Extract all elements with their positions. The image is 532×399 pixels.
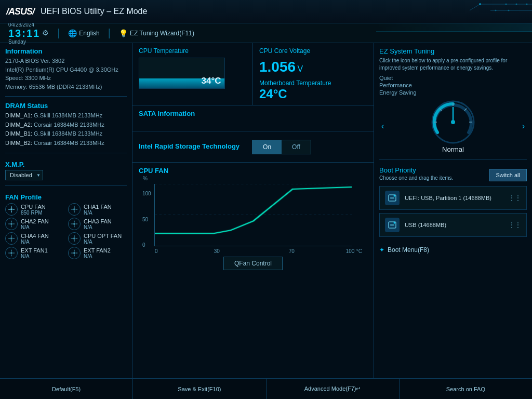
topbar: 04/28/2024 13:11 ⚙ Sunday | 🌐 English | … — [0, 23, 532, 43]
rst-section: Intel Rapid Storage Technology On Off — [132, 131, 374, 163]
search-faq-button[interactable]: Search on FAQ — [400, 379, 532, 399]
information-section: Information Z170-A BIOS Ver. 3802 Intel(… — [5, 47, 127, 91]
svg-point-5 — [526, 4, 528, 5]
fan-icon-cha4 — [5, 232, 18, 245]
dimm-a2-value: Corsair 16384MB 2133MHz — [34, 122, 104, 128]
dram-title: DRAM Status — [5, 102, 127, 110]
settings-icon[interactable]: ⚙ — [42, 29, 49, 37]
information-title: Information — [5, 47, 127, 55]
cpu-temp-value: 34°C — [202, 76, 221, 86]
voltage-value: 1.056 — [259, 59, 296, 75]
default-button[interactable]: Default(F5) — [0, 379, 133, 399]
qfan-button[interactable]: QFan Control — [223, 257, 283, 270]
boot-priority-section: Boot Priority Choose one and drag the it… — [379, 166, 527, 240]
fan-info-cpu: CPU FAN 850 RPM — [21, 204, 46, 216]
sata-title: SATA Information — [139, 110, 367, 117]
rst-off-button[interactable]: Off — [282, 140, 311, 154]
cpu-temp-bar: 34°C — [139, 58, 246, 94]
svg-point-16 — [73, 252, 75, 254]
svg-point-11 — [10, 223, 12, 225]
gauge-prev-button[interactable]: ‹ — [379, 119, 386, 133]
dimm-a1: DIMM_A1: G.Skill 16384MB 2133MHz — [5, 111, 127, 121]
gauge-container: Normal — [430, 99, 476, 153]
separator2 — [5, 153, 127, 153]
voltage-mb-section: CPU Core Voltage 1.056 V Motherboard Tem… — [253, 43, 374, 105]
xmp-select[interactable]: Disabled Profile 1 Profile 2 — [5, 170, 43, 180]
fan-icon-cha2 — [5, 218, 18, 230]
xmp-select-wrapper: Disabled Profile 1 Profile 2 — [5, 170, 43, 180]
boot-title: Boot Priority — [379, 166, 453, 174]
boot-item-1-name: UEFI: USB, Partition 1 (14688MB) — [405, 195, 491, 201]
fan-info-cpu-opt: CPU OPT FAN N/A — [84, 233, 122, 245]
search-faq-label: Search on FAQ — [446, 386, 485, 392]
switch-all-button[interactable]: Switch all — [489, 169, 527, 181]
ez-wizard-button[interactable]: 💡 EZ Tuning Wizard(F11) — [119, 29, 194, 37]
boot-item-2-name: USB (14688MB) — [405, 222, 446, 228]
sata-section: SATA Information — [132, 105, 374, 131]
fan-rpm-cha2: N/A — [21, 224, 49, 230]
fan-icon-cha1 — [68, 203, 81, 216]
topbar-divider: | — [57, 27, 60, 39]
chart-y-100: 100 — [142, 191, 151, 196]
rst-on-button[interactable]: On — [252, 140, 282, 154]
tuning-energy: Energy Saving — [379, 89, 527, 96]
dram-section: DRAM Status DIMM_A1: G.Skill 16384MB 213… — [5, 102, 127, 148]
mid-panel: CPU Temperature 34°C CPU Core Voltage 1.… — [132, 43, 374, 378]
cpu-temp-title: CPU Temperature — [139, 47, 246, 55]
advanced-mode-label: Advanced Mode(F7)↵ — [304, 385, 361, 392]
chart-unit-x: °C — [356, 248, 362, 254]
dimm-b2-value: Corsair 16384MB 2133MHz — [34, 140, 104, 146]
fan-icon-ext1 — [5, 247, 18, 259]
toolbar: Default(F5) Save & Exit(F10) Advanced Mo… — [0, 378, 532, 399]
fan-rpm-ext1: N/A — [21, 254, 48, 259]
fan-item-cha4: CHA4 FAN N/A — [5, 232, 64, 245]
svg-point-29 — [394, 195, 395, 197]
boot-menu-icon: ✦ — [379, 246, 384, 254]
memory-info: Memory: 65536 MB (DDR4 2133MHz) — [5, 83, 127, 91]
chart-y-0: 0 — [142, 242, 145, 248]
fan-icon-cha3 — [68, 218, 81, 230]
fan-info-cha2: CHA2 FAN N/A — [21, 218, 49, 230]
svg-line-1 — [470, 4, 480, 10]
svg-point-9 — [10, 208, 12, 210]
fan-icon-ext2 — [68, 247, 81, 259]
fan-item-ext1: EXT FAN1 N/A — [5, 247, 64, 259]
header-title: UEFI BIOS Utility – EZ Mode — [41, 7, 147, 16]
dimm-b1: DIMM_B1: G.Skill 16384MB 2133MHz — [5, 129, 127, 139]
boot-item-2[interactable]: USB (14688MB) ⋮⋮ — [379, 213, 527, 237]
language-button[interactable]: 🌐 English — [68, 29, 99, 37]
mb-temp-value: 24°C — [259, 87, 367, 101]
tuning-quiet: Quiet — [379, 75, 527, 81]
svg-point-32 — [394, 222, 395, 224]
fan-info-cha1: CHA1 FAN N/A — [84, 204, 112, 216]
dimm-b1-value: G.Skill 16384MB 2133MHz — [34, 130, 102, 137]
bulb-icon: 💡 — [119, 29, 128, 37]
boot-menu-button[interactable]: ✦ Boot Menu(F8) — [379, 246, 527, 254]
fan-name-cpu-opt: CPU OPT FAN — [84, 233, 122, 239]
svg-point-4 — [516, 4, 517, 5]
fan-name-cpu: CPU FAN — [21, 204, 46, 210]
fan-name-cha1: CHA1 FAN — [84, 204, 112, 210]
ez-tuning-title: EZ System Tuning — [379, 47, 527, 55]
boot-item-1[interactable]: UEFI: USB, Partition 1 (14688MB) ⋮⋮ — [379, 186, 527, 210]
right-separator1 — [379, 159, 527, 160]
gauge-svg — [430, 99, 476, 145]
fan-name-cha2: CHA2 FAN — [21, 218, 49, 224]
globe-icon: 🌐 — [68, 29, 77, 37]
fan-rpm-cpu: 850 RPM — [21, 210, 46, 216]
dimm-a2: DIMM_A2: Corsair 16384MB 2133MHz — [5, 121, 127, 130]
fan-item-cha2: CHA2 FAN N/A — [5, 218, 64, 230]
advanced-mode-button[interactable]: Advanced Mode(F7)↵ — [267, 379, 400, 399]
topbar-divider2: | — [108, 27, 111, 39]
fan-info-ext1: EXT FAN1 N/A — [21, 247, 48, 259]
fan-info-cha4: CHA4 FAN N/A — [21, 233, 49, 245]
svg-point-10 — [73, 208, 75, 210]
fan-item-ext2: EXT FAN2 N/A — [68, 247, 127, 259]
separator3 — [5, 185, 127, 186]
fan-grid: CPU FAN 850 RPM CHA1 FAN N/A — [5, 203, 127, 259]
fan-icon-cpu — [5, 203, 18, 216]
gauge-next-button[interactable]: › — [520, 119, 527, 133]
chart-wrapper: % 100 50 0 0 30 70 100 °C — [154, 184, 352, 270]
svg-point-21 — [451, 120, 455, 124]
save-exit-button[interactable]: Save & Exit(F10) — [133, 379, 266, 399]
